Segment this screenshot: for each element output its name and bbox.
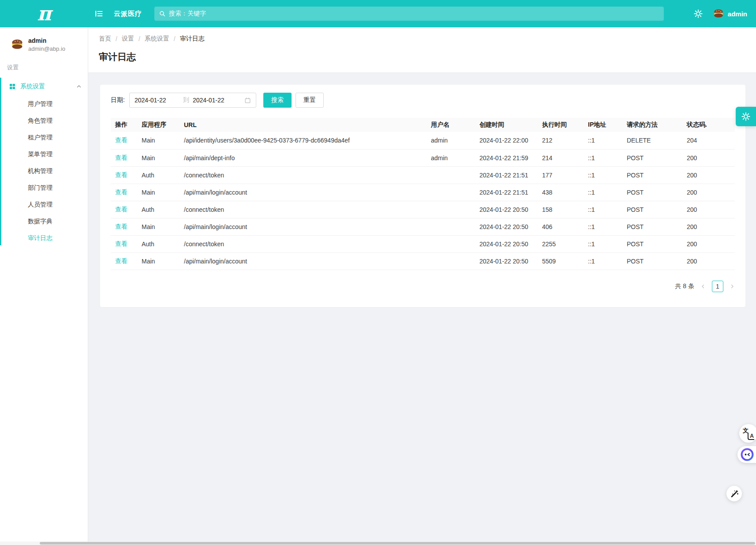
cell-duration: 177 (539, 166, 584, 184)
cell-status: 200 (683, 166, 735, 184)
cell-duration: 158 (539, 201, 584, 218)
view-link[interactable]: 查看 (115, 154, 127, 161)
sidebar-subitem-0[interactable]: 用户管理 (0, 95, 88, 112)
prev-page-icon[interactable] (700, 284, 706, 289)
app-logo[interactable]: π (37, 4, 51, 23)
cell-created: 2024-01-22 20:50 (476, 201, 539, 218)
cell-user (427, 235, 476, 252)
column-header: IP地址 (584, 118, 623, 132)
sidebar-subitem-5[interactable]: 部门管理 (0, 179, 88, 196)
assistant-robot-button[interactable] (737, 446, 756, 463)
cell-method: DELETE (623, 132, 683, 149)
breadcrumb: 首页/设置/系统设置/审计日志 (99, 35, 745, 43)
sidebar-subitem-3[interactable]: 菜单管理 (0, 146, 88, 162)
view-link[interactable]: 查看 (115, 240, 127, 247)
cell-ip: ::1 (584, 132, 623, 149)
horizontal-scrollbar-thumb[interactable] (40, 542, 755, 545)
cell-method: POST (623, 218, 683, 235)
cell-ip: ::1 (584, 166, 623, 184)
table-row: 查看Main/api/main/login/account2024-01-22 … (111, 184, 735, 201)
cell-ip: ::1 (584, 252, 623, 270)
cell-created: 2024-01-22 21:51 (476, 166, 539, 184)
sidebar-item-system-settings[interactable]: 系统设置 (0, 78, 88, 95)
breadcrumb-item[interactable]: 设置 (122, 35, 134, 43)
sidebar-user-block[interactable]: admin admin@abp.io (0, 27, 88, 52)
view-link[interactable]: 查看 (115, 257, 127, 264)
sidebar-menu: 系统设置 用户管理角色管理租户管理菜单管理机构管理部门管理人员管理数据字典审计日… (0, 78, 88, 246)
audit-log-table: 操作应用程序URL用户名创建时间执行时间IP地址请求的方法状态码. 查看Main… (111, 118, 735, 270)
sidebar-subitem-6[interactable]: 人员管理 (0, 196, 88, 213)
view-link[interactable]: 查看 (115, 171, 127, 178)
translate-button[interactable]: 文 A (739, 424, 756, 443)
view-link[interactable]: 查看 (115, 206, 127, 213)
global-search-input[interactable]: 搜索：关键字 (154, 7, 664, 21)
cell-duration: 406 (539, 218, 584, 235)
screen: π 云派医疗 搜索：关键字 (0, 0, 756, 545)
logo-area[interactable]: π (0, 4, 88, 23)
gear-icon (741, 112, 751, 121)
cell-status: 200 (683, 252, 735, 270)
search-icon (159, 10, 166, 17)
search-button[interactable]: 搜索 (263, 93, 292, 108)
page-number-button[interactable]: 1 (712, 281, 723, 292)
sidebar-subitem-8[interactable]: 审计日志 (0, 229, 88, 246)
column-header: 执行时间 (539, 118, 584, 132)
date-filter-label: 日期: (111, 96, 125, 104)
cell-url: /api/main/login/account (180, 184, 427, 201)
cell-app: Auth (138, 166, 180, 184)
chevron-up-icon (76, 84, 82, 89)
cell-status: 200 (683, 235, 735, 252)
column-header: 用户名 (427, 118, 476, 132)
next-page-icon[interactable] (730, 284, 735, 289)
cell-status: 200 (683, 184, 735, 201)
audit-log-card: 日期: 2024-01-22 到 2024-01-22 搜索 重置 (100, 85, 745, 307)
theme-drawer-button[interactable] (736, 107, 756, 126)
sidebar-subitem-1[interactable]: 角色管理 (0, 112, 88, 129)
cell-app: Main (138, 184, 180, 201)
calendar-icon (244, 97, 251, 104)
main-content: 首页/设置/系统设置/审计日志 审计日志 日期: 2024-01-22 到 20… (88, 27, 756, 545)
cell-user: admin (427, 149, 476, 166)
top-navbar: π 云派医疗 搜索：关键字 (0, 0, 756, 27)
user-menu[interactable]: admin (713, 8, 747, 19)
date-range-picker[interactable]: 2024-01-22 到 2024-01-22 (129, 93, 256, 108)
settings-gear-icon[interactable] (693, 9, 703, 19)
cell-status: 200 (683, 218, 735, 235)
breadcrumb-item: 审计日志 (180, 35, 205, 43)
table-row: 查看Main/api/main/login/account2024-01-22 … (111, 218, 735, 235)
cell-created: 2024-01-22 20:50 (476, 235, 539, 252)
breadcrumb-item[interactable]: 首页 (99, 35, 111, 43)
date-from-input[interactable]: 2024-01-22 (135, 97, 182, 104)
date-to-input[interactable]: 2024-01-22 (193, 97, 240, 104)
table-row: 查看Auth/connect/token2024-01-22 20:50158:… (111, 201, 735, 218)
sidebar-subitem-7[interactable]: 数据字典 (0, 213, 88, 229)
column-header: 创建时间 (476, 118, 539, 132)
table-row: 查看Auth/connect/token2024-01-22 20:502255… (111, 235, 735, 252)
table-row: 查看Main/api/identity/users/3a0d00ee-9425-… (111, 132, 735, 149)
table-row: 查看Auth/connect/token2024-01-22 21:51177:… (111, 166, 735, 184)
sidebar-user-name: admin (28, 37, 65, 44)
reset-button[interactable]: 重置 (296, 93, 324, 108)
cell-url: /api/main/dept-info (180, 149, 427, 166)
breadcrumb-item[interactable]: 系统设置 (145, 35, 169, 43)
sidebar-subitem-2[interactable]: 租户管理 (0, 129, 88, 146)
sidebar-subitem-4[interactable]: 机构管理 (0, 162, 88, 179)
cell-user (427, 201, 476, 218)
cell-app: Auth (138, 201, 180, 218)
cell-user (427, 252, 476, 270)
view-link[interactable]: 查看 (115, 188, 127, 195)
view-link[interactable]: 查看 (115, 136, 127, 143)
magic-wand-icon (730, 489, 739, 498)
cell-method: POST (623, 149, 683, 166)
cell-ip: ::1 (584, 201, 623, 218)
view-link[interactable]: 查看 (115, 223, 127, 230)
magic-wand-button[interactable] (726, 486, 742, 501)
cell-app: Main (138, 149, 180, 166)
table-row: 查看Main/api/main/login/account2024-01-22 … (111, 252, 735, 270)
cell-method: POST (623, 201, 683, 218)
menu-fold-icon[interactable] (94, 9, 103, 18)
cell-created: 2024-01-22 21:51 (476, 184, 539, 201)
cell-user: admin (427, 132, 476, 149)
cell-app: Main (138, 132, 180, 149)
table-row: 查看Main/api/main/dept-infoadmin2024-01-22… (111, 149, 735, 166)
